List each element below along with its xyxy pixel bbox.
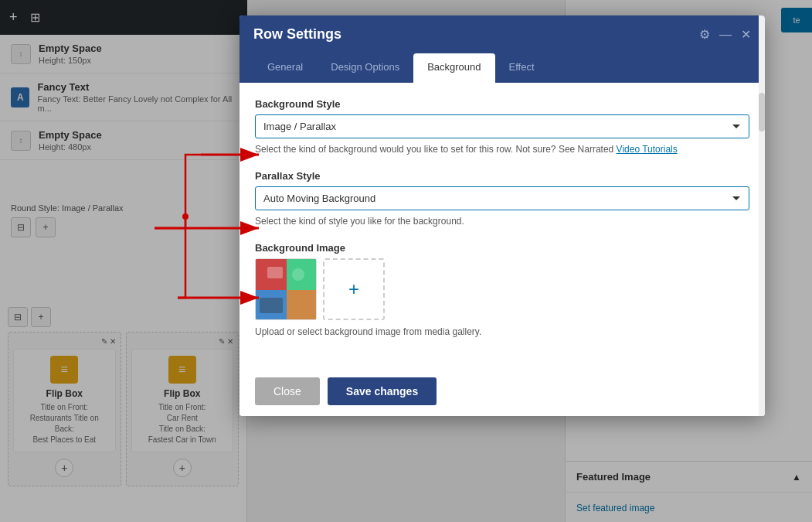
tab-background[interactable]: Background bbox=[413, 53, 494, 84]
parallax-style-select[interactable]: Auto Moving Background Simple Fixed Mous… bbox=[255, 186, 749, 210]
image-thumbnail[interactable] bbox=[255, 258, 317, 320]
svg-rect-7 bbox=[260, 298, 283, 313]
modal-body: Background Style Image / Parallax None C… bbox=[240, 83, 765, 367]
save-button[interactable]: Save changes bbox=[328, 377, 437, 405]
tab-effect[interactable]: Effect bbox=[495, 53, 549, 83]
scrollbar-thumb bbox=[759, 93, 765, 131]
parallax-style-label: Parallax Style bbox=[255, 170, 749, 182]
parallax-style-hint: Select the kind of style you like for th… bbox=[255, 214, 749, 228]
close-icon[interactable]: ✕ bbox=[741, 27, 751, 42]
background-style-select[interactable]: Image / Parallax None Classic Gradient V… bbox=[255, 114, 749, 138]
close-button[interactable]: Close bbox=[255, 377, 320, 405]
background-style-label: Background Style bbox=[255, 98, 749, 110]
modal-title: Row Settings bbox=[253, 26, 341, 43]
parallax-style-group: Parallax Style Auto Moving Background Si… bbox=[255, 170, 749, 228]
row-settings-modal: Row Settings ⚙ — ✕ General Design Option… bbox=[240, 15, 765, 416]
svg-point-6 bbox=[292, 268, 304, 281]
modal-tabs: General Design Options Background Effect bbox=[240, 53, 765, 83]
video-tutorials-link[interactable]: Video Tutorials bbox=[617, 144, 678, 155]
modal-footer: Close Save changes bbox=[240, 367, 765, 416]
background-style-hint: Select the kind of background would you … bbox=[255, 142, 749, 156]
minimize-icon[interactable]: — bbox=[719, 28, 732, 42]
image-upload-area: + bbox=[255, 258, 749, 320]
tab-general[interactable]: General bbox=[253, 53, 317, 83]
svg-rect-4 bbox=[287, 290, 317, 320]
background-style-group: Background Style Image / Parallax None C… bbox=[255, 98, 749, 156]
background-image-label: Background Image bbox=[255, 242, 749, 254]
tab-design-options[interactable]: Design Options bbox=[317, 53, 413, 83]
image-add-button[interactable]: + bbox=[323, 258, 385, 320]
thumbnail-svg bbox=[256, 259, 317, 320]
settings-icon[interactable]: ⚙ bbox=[699, 27, 710, 42]
background-image-group: Background Image bbox=[255, 242, 749, 337]
modal-scrollbar[interactable] bbox=[759, 15, 765, 416]
svg-rect-5 bbox=[267, 267, 283, 278]
upload-hint: Upload or select background image from m… bbox=[255, 326, 749, 337]
modal-header: Row Settings ⚙ — ✕ bbox=[240, 15, 765, 53]
modal-header-actions: ⚙ — ✕ bbox=[699, 27, 751, 42]
